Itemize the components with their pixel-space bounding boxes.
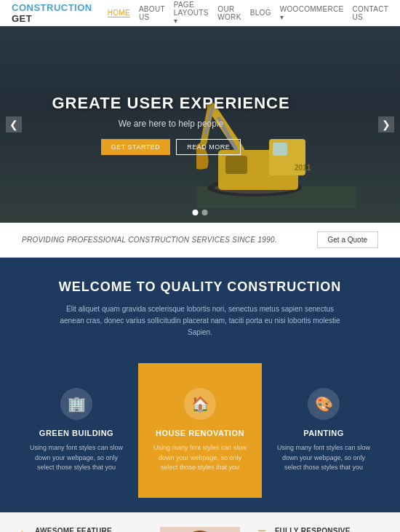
hero-title: GREATE USER EXPERIENCE	[52, 94, 289, 113]
feature-green-building: 🏢 GREEN BUILDING Using many font styles …	[15, 370, 138, 491]
hero-buttons: GET STARTED READ MORE	[52, 139, 289, 155]
nav-contact[interactable]: CONTACT US	[352, 5, 388, 21]
green-building-icon: 🏢	[60, 388, 92, 420]
hero-pagination	[193, 210, 208, 215]
nav-woocommerce[interactable]: WOOCOMMERCE ▾	[280, 5, 344, 21]
bottom-person-image	[153, 527, 247, 533]
bottom-section: ★ AWESOME FEATURE Using many font styles…	[0, 512, 400, 533]
logo[interactable]: CONSTRUCTION GET	[12, 2, 93, 24]
painting-title: PAINTING	[273, 429, 374, 437]
hero-get-started-btn[interactable]: GET STARTED	[101, 139, 171, 155]
hero-next-arrow[interactable]: ❯	[378, 116, 394, 132]
fully-responsive-icon: ☰	[255, 527, 269, 533]
dot-1[interactable]	[193, 210, 199, 215]
dot-2[interactable]	[202, 210, 208, 215]
main-nav: HOME ABOUT US PAGE LAYOUTS ▾ OUR WORK BL…	[108, 1, 388, 25]
nav-home[interactable]: HOME	[108, 9, 130, 17]
bottom-feature-responsive: ☰ FULLY RESPONSIVE Using many font style…	[255, 527, 385, 533]
nav-blog[interactable]: BLOG	[250, 9, 271, 17]
quote-bar: PROVIDING PROFESSIONAL CONSTRUCTION SERV…	[0, 223, 400, 258]
hero-prev-arrow[interactable]: ❮	[6, 116, 22, 132]
header: CONSTRUCTION GET HOME ABOUT US PAGE LAYO…	[0, 0, 400, 26]
house-renovation-desc: Using many font styles can slow down you…	[150, 443, 250, 473]
painting-icon: 🎨	[308, 388, 340, 420]
green-building-desc: Using many font styles can slow down you…	[26, 443, 127, 473]
nav-our-work[interactable]: OUR WORK	[217, 5, 241, 21]
awesome-feature-title: AWESOME FEATURE	[35, 527, 145, 533]
bottom-feature-awesome: ★ AWESOME FEATURE Using many font styles…	[15, 527, 145, 533]
quote-text: PROVIDING PROFESSIONAL CONSTRUCTION SERV…	[22, 236, 277, 244]
feature-painting: 🎨 PAINTING Using many font styles can sl…	[262, 370, 385, 491]
awesome-feature-icon: ★	[15, 527, 29, 533]
nav-page-layouts[interactable]: PAGE LAYOUTS ▾	[174, 1, 209, 25]
get-quote-btn[interactable]: Get a Quote	[317, 231, 378, 248]
painting-desc: Using many font styles can slow down you…	[273, 443, 374, 473]
person-photo	[160, 527, 240, 533]
welcome-text: Elit aliquet quam gravida scelerisque lo…	[55, 303, 345, 338]
logo-suffix: GET	[12, 13, 32, 24]
hero-subtitle: We are here to help people	[52, 119, 289, 129]
house-renovation-title: HOUSE RENOVATION	[150, 429, 250, 437]
green-building-title: GREEN BUILDING	[26, 429, 127, 437]
welcome-section: WELCOME TO QUALITY CONSTRUCTION Elit ali…	[0, 258, 400, 370]
feature-house-renovation: 🏠 HOUSE RENOVATION Using many font style…	[138, 363, 262, 498]
bottom-right: ☰ FULLY RESPONSIVE Using many font style…	[255, 527, 385, 533]
svg-text:2011: 2011	[295, 164, 311, 172]
house-renovation-icon: 🏠	[184, 388, 216, 420]
hero-content: GREATE USER EXPERIENCE We are here to he…	[52, 94, 289, 155]
nav-about[interactable]: ABOUT US	[139, 5, 165, 21]
hero-section: 2011 GREATE USER EXPERIENCE We are here …	[0, 26, 400, 223]
hero-read-more-btn[interactable]: READ MORE	[176, 139, 241, 155]
person-svg	[160, 527, 240, 533]
features-row: 🏢 GREEN BUILDING Using many font styles …	[0, 370, 400, 512]
fully-responsive-title: FULLY RESPONSIVE	[275, 527, 385, 533]
bottom-left: ★ AWESOME FEATURE Using many font styles…	[15, 527, 145, 533]
welcome-title: WELCOME TO QUALITY CONSTRUCTION	[29, 279, 371, 295]
logo-accent: CONSTRUCTION	[12, 2, 92, 13]
svg-rect-4	[225, 156, 247, 174]
